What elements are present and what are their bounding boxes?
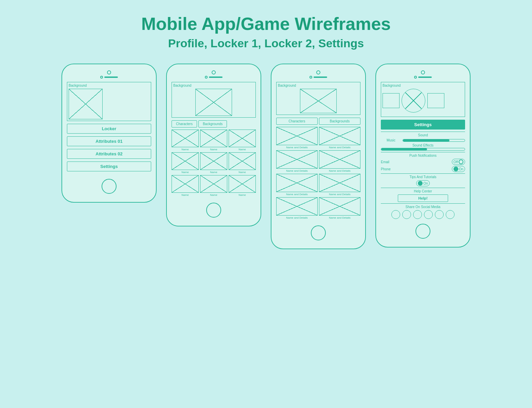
phone3-grid-row3: Name and Details Name and Details bbox=[276, 174, 360, 196]
speaker bbox=[205, 76, 223, 79]
cell-label: Name and Details bbox=[319, 216, 360, 219]
phone1-bg-section: Background bbox=[67, 82, 151, 121]
push-notifications-section: Push Notifications Email Off Phone On bbox=[381, 152, 465, 172]
phone2-top bbox=[172, 70, 256, 79]
social-icons-row bbox=[381, 210, 465, 219]
speaker bbox=[100, 76, 118, 79]
phone2-grid-row1: Name Name Name bbox=[172, 130, 256, 151]
phone-locker1: Background Characters Backgrounds Name N… bbox=[166, 64, 261, 226]
phone2-bg-image bbox=[195, 89, 232, 116]
cell-image bbox=[172, 175, 199, 193]
attributes01-button[interactable]: Attributes 01 bbox=[67, 136, 151, 146]
music-slider[interactable] bbox=[403, 139, 465, 142]
camera-icon bbox=[212, 70, 216, 74]
phone2-bg-label: Background bbox=[173, 84, 254, 87]
grid-cell: Name bbox=[172, 152, 199, 174]
soundfx-slider[interactable] bbox=[381, 148, 465, 151]
email-label: Email bbox=[381, 160, 389, 164]
phone2-bg-section: Background bbox=[172, 82, 256, 118]
sound-label: Sound bbox=[381, 133, 465, 137]
cell-label: Name and Details bbox=[276, 146, 318, 149]
speaker-bar bbox=[209, 76, 223, 78]
social-section: Share On Social Media bbox=[381, 203, 465, 219]
music-slider-fill bbox=[403, 139, 449, 141]
cell-name: Name bbox=[238, 193, 246, 197]
tab-backgrounds[interactable]: Backgrounds bbox=[198, 120, 227, 128]
cell-image bbox=[276, 127, 318, 145]
grid-cell: Name and Details bbox=[319, 150, 360, 172]
help-section: Help Center Help! bbox=[381, 188, 465, 202]
cell-label: Name and Details bbox=[276, 216, 318, 219]
camera-icon bbox=[421, 70, 425, 74]
social-icon-4[interactable] bbox=[424, 210, 433, 219]
grid-cell: Name and Details bbox=[319, 197, 360, 219]
phone3-home-button[interactable] bbox=[311, 225, 326, 240]
email-toggle[interactable]: Off bbox=[452, 159, 465, 165]
phone1-home-button[interactable] bbox=[102, 179, 117, 194]
cell-image bbox=[319, 150, 360, 169]
cell-image bbox=[229, 130, 256, 147]
tips-section: Tips And Tutorials On bbox=[381, 173, 465, 186]
cell-image bbox=[276, 150, 318, 169]
page-subtitle: Profile, Locker 1, Locker 2, Settings bbox=[141, 37, 391, 50]
speaker-dot bbox=[205, 76, 208, 79]
phone-toggle[interactable]: On bbox=[452, 166, 465, 172]
help-button[interactable]: Help! bbox=[398, 194, 448, 202]
cell-image bbox=[319, 197, 360, 216]
phone2-grid-row2: Name Name Name bbox=[172, 152, 256, 174]
soundfx-label: Sound Effects bbox=[381, 143, 465, 147]
speaker-bar bbox=[314, 76, 327, 78]
social-icon-5[interactable] bbox=[435, 210, 444, 219]
phone-label: Phone bbox=[381, 167, 391, 171]
grid-cell: Name bbox=[172, 130, 199, 151]
grid-cell: Name bbox=[229, 152, 256, 174]
phone3-top bbox=[276, 70, 360, 79]
help-center-label: Help Center bbox=[381, 189, 465, 193]
email-notif-row: Email Off bbox=[381, 159, 465, 165]
social-icon-3[interactable] bbox=[413, 210, 422, 219]
music-label: Music bbox=[381, 138, 401, 142]
phone4-home-button[interactable] bbox=[415, 224, 430, 239]
cell-label: Name and Details bbox=[276, 193, 318, 196]
phone-notif-row: Phone On bbox=[381, 166, 465, 172]
avatar-square-right bbox=[427, 93, 444, 108]
cell-image bbox=[200, 130, 227, 147]
cell-image bbox=[276, 174, 318, 192]
phone1-bg-label: Background bbox=[69, 84, 149, 87]
tab-backgrounds[interactable]: Backgrounds bbox=[319, 118, 360, 125]
locker-button[interactable]: Locker bbox=[67, 124, 151, 134]
grid-cell: Name and Details bbox=[319, 174, 360, 196]
phone1-screen: Background Locker Attributes 01 Attribut… bbox=[67, 82, 151, 174]
social-icon-2[interactable] bbox=[402, 210, 411, 219]
phone2-home-button[interactable] bbox=[206, 203, 221, 218]
phone4-avatar-row bbox=[383, 89, 463, 113]
tips-toggle[interactable]: On bbox=[416, 180, 429, 186]
phone1-top bbox=[67, 70, 151, 79]
attributes02-button[interactable]: Attributes 02 bbox=[67, 149, 151, 159]
push-notif-label: Push Notifications bbox=[381, 154, 465, 157]
phone2-tabs: Characters Backgrounds bbox=[172, 120, 256, 128]
grid-cell: Name bbox=[229, 175, 256, 197]
cell-name: Name bbox=[210, 148, 217, 151]
speaker-dot bbox=[414, 76, 417, 79]
cell-name: Name bbox=[238, 148, 246, 151]
tips-label: Tips And Tutorials bbox=[381, 175, 465, 179]
page-title: Mobile App/Game Wireframes bbox=[141, 14, 391, 34]
social-icon-6[interactable] bbox=[446, 210, 455, 219]
phone2-screen: Background Characters Backgrounds Name N… bbox=[172, 82, 256, 198]
camera-icon bbox=[316, 70, 320, 74]
phone3-bg-image bbox=[300, 89, 337, 113]
cell-label: Name and Details bbox=[319, 146, 360, 149]
settings-main-button[interactable]: Settings bbox=[381, 120, 465, 130]
music-row: Music bbox=[381, 138, 465, 142]
cell-image bbox=[200, 175, 227, 193]
avatar-square-left bbox=[383, 93, 400, 108]
settings-button[interactable]: Settings bbox=[67, 162, 151, 171]
phones-container: Background Locker Attributes 01 Attribut… bbox=[61, 64, 471, 249]
tab-characters[interactable]: Characters bbox=[276, 118, 318, 125]
social-icon-1[interactable] bbox=[391, 210, 400, 219]
grid-cell: Name bbox=[229, 130, 256, 151]
grid-cell: Name and Details bbox=[276, 197, 318, 219]
tab-characters[interactable]: Characters bbox=[172, 120, 197, 128]
cell-name: Name bbox=[210, 193, 217, 197]
